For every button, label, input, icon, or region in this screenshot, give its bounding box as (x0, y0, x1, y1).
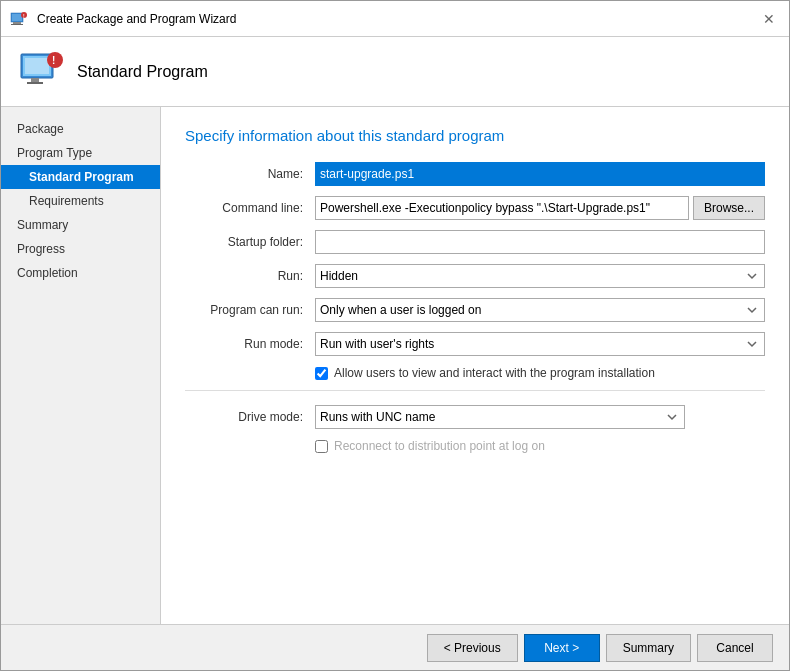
svg-rect-1 (12, 14, 22, 21)
svg-rect-8 (25, 58, 49, 74)
sidebar-item-progress[interactable]: Progress (1, 237, 160, 261)
title-bar: ! Create Package and Program Wizard ✕ (1, 1, 789, 37)
command-line-label: Command line: (185, 201, 315, 215)
sidebar-item-standard-program[interactable]: Standard Program (1, 165, 160, 189)
program-can-run-row: Program can run: Only when a user is log… (185, 298, 765, 322)
sidebar: Package Program Type Standard Program Re… (1, 107, 161, 624)
name-label: Name: (185, 167, 315, 181)
main-area: Package Program Type Standard Program Re… (1, 107, 789, 624)
reconnect-checkbox[interactable] (315, 440, 328, 453)
header-title: Standard Program (77, 63, 208, 81)
name-row: Name: (185, 162, 765, 186)
command-line-group: Browse... (315, 196, 765, 220)
footer: < Previous Next > Summary Cancel (1, 624, 789, 670)
main-window: ! Create Package and Program Wizard ✕ ! … (0, 0, 790, 671)
sidebar-item-package[interactable]: Package (1, 117, 160, 141)
program-can-run-label: Program can run: (185, 303, 315, 317)
divider (185, 390, 765, 391)
header-icon: ! (17, 48, 65, 96)
sidebar-item-requirements[interactable]: Requirements (1, 189, 160, 213)
summary-button[interactable]: Summary (606, 634, 691, 662)
svg-rect-3 (11, 24, 23, 25)
content-area: Specify information about this standard … (161, 107, 789, 624)
sidebar-item-completion[interactable]: Completion (1, 261, 160, 285)
drive-mode-label: Drive mode: (185, 410, 315, 424)
content-title: Specify information about this standard … (185, 127, 765, 144)
run-mode-label: Run mode: (185, 337, 315, 351)
drive-mode-select[interactable]: Runs with UNC name Requires specific dri… (315, 405, 685, 429)
reconnect-label: Reconnect to distribution point at log o… (334, 439, 545, 453)
program-can-run-select[interactable]: Only when a user is logged on Whether or… (315, 298, 765, 322)
startup-folder-label: Startup folder: (185, 235, 315, 249)
wizard-header: ! Standard Program (1, 37, 789, 107)
run-label: Run: (185, 269, 315, 283)
reconnect-row: Reconnect to distribution point at log o… (315, 439, 765, 453)
run-mode-select[interactable]: Run with user's rights Run with administ… (315, 332, 765, 356)
run-mode-row: Run mode: Run with user's rights Run wit… (185, 332, 765, 356)
svg-rect-10 (27, 82, 43, 84)
svg-rect-9 (31, 78, 39, 82)
command-line-input[interactable] (315, 196, 689, 220)
startup-folder-row: Startup folder: (185, 230, 765, 254)
previous-button[interactable]: < Previous (427, 634, 518, 662)
name-input[interactable] (315, 162, 765, 186)
window-icon: ! (9, 9, 29, 29)
svg-rect-2 (13, 22, 21, 24)
startup-folder-input[interactable] (315, 230, 765, 254)
run-row: Run: Hidden Normal Minimized Maximized (185, 264, 765, 288)
next-button[interactable]: Next > (524, 634, 600, 662)
svg-text:!: ! (52, 55, 55, 66)
browse-button[interactable]: Browse... (693, 196, 765, 220)
allow-users-label: Allow users to view and interact with th… (334, 366, 655, 380)
allow-users-checkbox[interactable] (315, 367, 328, 380)
window-title: Create Package and Program Wizard (37, 12, 757, 26)
run-select[interactable]: Hidden Normal Minimized Maximized (315, 264, 765, 288)
command-line-row: Command line: Browse... (185, 196, 765, 220)
sidebar-item-summary[interactable]: Summary (1, 213, 160, 237)
allow-users-row: Allow users to view and interact with th… (315, 366, 765, 380)
drive-mode-row: Drive mode: Runs with UNC name Requires … (185, 405, 765, 429)
close-button[interactable]: ✕ (757, 7, 781, 31)
cancel-button[interactable]: Cancel (697, 634, 773, 662)
sidebar-item-program-type[interactable]: Program Type (1, 141, 160, 165)
